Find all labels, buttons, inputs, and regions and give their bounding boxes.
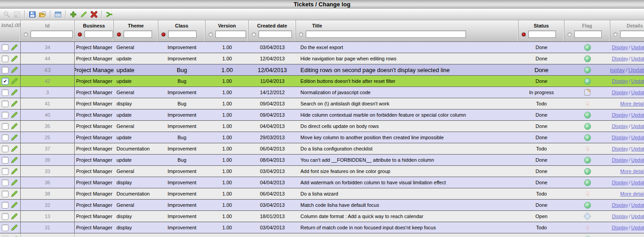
- filter-input-details[interactable]: [620, 31, 644, 38]
- table-row[interactable]: 31 Project Manager display Improvement 1…: [0, 222, 644, 233]
- row-checkbox[interactable]: [2, 44, 9, 51]
- row-checkbox[interactable]: [2, 134, 9, 141]
- table-row[interactable]: 36 Project Manager display Improvement 1…: [0, 177, 644, 188]
- display-link[interactable]: Display: [612, 45, 628, 50]
- more-details-link[interactable]: More details: [620, 169, 644, 174]
- open-folder-icon[interactable]: [38, 9, 47, 19]
- fork-icon[interactable]: [104, 9, 114, 19]
- edit-pencil-icon[interactable]: [79, 9, 88, 19]
- row-edit-pencil-icon[interactable]: [10, 145, 18, 153]
- row-checkbox[interactable]: ✔: [2, 78, 9, 85]
- table-row[interactable]: 37 Project Manager Documentation Improve…: [0, 143, 644, 155]
- row-checkbox[interactable]: [2, 123, 9, 130]
- filter-input-flag[interactable]: [574, 31, 602, 38]
- row-edit-pencil-icon[interactable]: [10, 44, 18, 51]
- row-edit-pencil-icon[interactable]: [10, 77, 18, 85]
- display-link[interactable]: Display: [612, 90, 628, 95]
- row-edit-pencil-icon[interactable]: [10, 235, 18, 237]
- update-link[interactable]: Update: [631, 45, 644, 50]
- filter-input-version[interactable]: [215, 31, 246, 38]
- more-details-link[interactable]: More details: [620, 101, 644, 106]
- table-row[interactable]: 39 Project Manager update Bug 1.00 08/04…: [0, 155, 644, 166]
- display-link[interactable]: Display: [612, 78, 628, 84]
- column-header-label[interactable]: Created date: [249, 23, 295, 30]
- display-link[interactable]: Display: [612, 135, 628, 140]
- update-link[interactable]: Update: [631, 157, 644, 163]
- update-link[interactable]: Update: [631, 180, 644, 185]
- display-link[interactable]: Display: [612, 56, 628, 61]
- table-icon[interactable]: [53, 9, 63, 19]
- row-edit-pencil-icon[interactable]: [10, 55, 18, 63]
- row-checkbox[interactable]: [2, 236, 9, 237]
- column-header-label[interactable]: Status: [519, 23, 564, 30]
- row-edit-pencil-icon[interactable]: [10, 89, 18, 96]
- row-checkbox[interactable]: [2, 112, 9, 118]
- filter-input-business[interactable]: [85, 31, 113, 38]
- table-row[interactable]: 33 Project Manager General Improvement 1…: [0, 166, 644, 177]
- column-filter-marker[interactable]: [252, 32, 256, 36]
- update-link[interactable]: Update: [631, 135, 644, 140]
- row-checkbox[interactable]: [2, 55, 9, 62]
- row-edit-pencil-icon[interactable]: [10, 134, 18, 141]
- filter-input-class[interactable]: [168, 31, 197, 38]
- column-header-label[interactable]: Business: [75, 23, 113, 30]
- display-link[interactable]: Display: [612, 123, 628, 129]
- row-edit-pencil-icon[interactable]: [10, 66, 18, 74]
- display-link[interactable]: Display: [612, 202, 628, 208]
- table-row[interactable]: ✓: [0, 233, 644, 237]
- filter-input-id[interactable]: [31, 31, 73, 38]
- column-header-label[interactable]: Title: [296, 23, 518, 30]
- add-icon[interactable]: [68, 9, 78, 19]
- row-edit-pencil-icon[interactable]: [10, 156, 18, 164]
- column-header-label[interactable]: Details: [610, 23, 644, 30]
- row-checkbox[interactable]: [2, 67, 9, 73]
- column-filter-marker[interactable]: [568, 32, 572, 36]
- row-checkbox[interactable]: [2, 157, 9, 164]
- row-checkbox[interactable]: [2, 202, 9, 209]
- row-edit-pencil-icon[interactable]: [10, 213, 18, 220]
- column-filter-marker[interactable]: [117, 32, 121, 36]
- row-edit-pencil-icon[interactable]: [10, 224, 18, 232]
- update-link[interactable]: Update: [631, 112, 644, 118]
- table-row[interactable]: 43 Project Manager update Bug 1.00 12/04…: [0, 64, 644, 76]
- column-header-label[interactable]: Class: [158, 23, 205, 30]
- row-edit-pencil-icon[interactable]: [10, 201, 18, 209]
- column-header-label[interactable]: Id: [21, 23, 74, 30]
- display-link[interactable]: Display: [612, 180, 628, 185]
- filter-input-created[interactable]: [259, 31, 292, 38]
- row-edit-pencil-icon[interactable]: [10, 190, 18, 198]
- column-filter-marker[interactable]: [522, 32, 526, 36]
- table-row[interactable]: 32 Project Manager General Improvement 1…: [0, 200, 644, 211]
- table-row[interactable]: 44 Project Manager update Improvement 1.…: [0, 53, 644, 64]
- column-filter-marker[interactable]: [78, 32, 82, 36]
- display-link[interactable]: Display: [610, 67, 625, 73]
- update-link[interactable]: Update: [631, 56, 644, 61]
- update-link[interactable]: Update: [631, 78, 644, 84]
- table-row[interactable]: 38 Project Manager Documentation Improve…: [0, 188, 644, 200]
- column-filter-marker[interactable]: [24, 32, 28, 36]
- row-checkbox[interactable]: [2, 168, 9, 175]
- row-checkbox[interactable]: [2, 89, 9, 96]
- column-filter-marker[interactable]: [209, 32, 213, 36]
- table-row[interactable]: 3 Project Manager General Improvement 1.…: [0, 87, 644, 98]
- update-link[interactable]: Update: [628, 67, 644, 73]
- row-checkbox[interactable]: [2, 213, 9, 220]
- update-link[interactable]: Update: [631, 146, 644, 151]
- row-checkbox[interactable]: [2, 100, 9, 107]
- update-link[interactable]: Update: [631, 214, 644, 219]
- column-filter-marker[interactable]: [299, 32, 303, 36]
- table-row[interactable]: 41 Project Manager display Bug 1.00 09/0…: [0, 98, 644, 109]
- table-row[interactable]: ✔ 42 Project Manager update Bug 1.00 11/…: [0, 76, 644, 87]
- filter-input-title[interactable]: [306, 31, 466, 38]
- display-link[interactable]: Display: [612, 157, 628, 163]
- row-checkbox[interactable]: [2, 179, 9, 186]
- row-edit-pencil-icon[interactable]: [10, 111, 18, 119]
- filter-input-theme[interactable]: [124, 31, 152, 38]
- filter-input-status[interactable]: [528, 31, 556, 38]
- table-row[interactable]: 34 Project Manager General Improvement 1…: [0, 42, 644, 53]
- row-edit-pencil-icon[interactable]: [10, 179, 18, 187]
- table-row[interactable]: 40 Project Manager update Improvement 1.…: [0, 109, 644, 121]
- column-header-label[interactable]: Theme: [114, 23, 158, 30]
- update-link[interactable]: Update: [631, 90, 644, 95]
- update-link[interactable]: Update: [631, 123, 644, 129]
